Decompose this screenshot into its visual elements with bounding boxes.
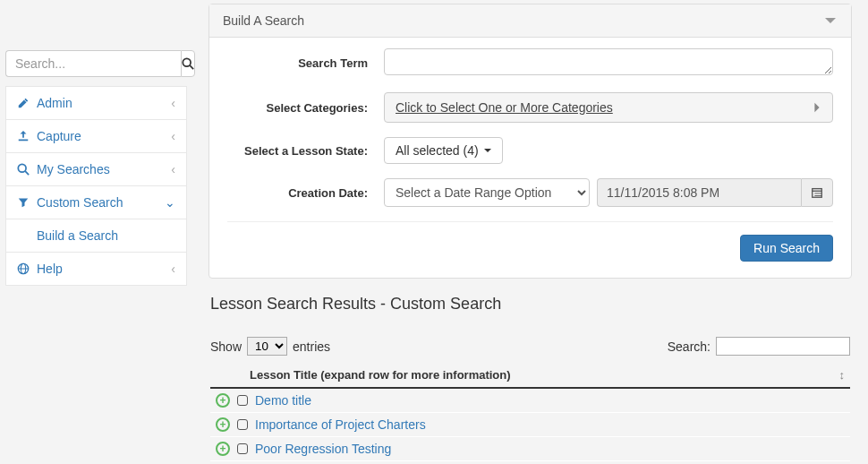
panel-heading[interactable]: Build A Search: [209, 4, 851, 38]
edit-icon: [17, 97, 30, 109]
table-row: +Poor Regression Testing: [210, 437, 850, 461]
date-display: [597, 178, 801, 207]
sidebar-item-label: Build a Search: [37, 228, 118, 243]
chevron-left-icon: ‹: [171, 96, 175, 110]
sidebar-item-custom-search[interactable]: Custom Search ⌄: [5, 186, 187, 219]
show-label-post: entries: [293, 339, 330, 354]
chevron-left-icon: ‹: [171, 162, 175, 176]
search-term-input[interactable]: [384, 48, 833, 75]
results-heading: Lesson Search Results - Custom Search: [210, 295, 850, 314]
label-creation-date: Creation Date:: [227, 186, 384, 200]
results-table: Lesson Title (expand row for more inform…: [210, 363, 850, 464]
svg-line-3: [25, 171, 29, 175]
sidebar-item-my-searches[interactable]: My Searches ‹: [5, 153, 187, 186]
globe-icon: [17, 262, 30, 275]
column-header-lesson-title[interactable]: Lesson Title (expand row for more inform…: [210, 363, 850, 388]
chevron-down-icon: ⌄: [165, 195, 175, 210]
sidebar-item-label: Help: [37, 262, 63, 276]
panel-body: Search Term Select Categories: Click to …: [209, 38, 851, 278]
expand-row-button[interactable]: +: [216, 393, 230, 408]
date-range-select[interactable]: Select a Date Range Option: [384, 178, 590, 207]
chevron-right-icon: [813, 101, 821, 114]
search-icon: [17, 163, 30, 176]
expand-row-button[interactable]: +: [216, 442, 230, 456]
calendar-button[interactable]: [801, 178, 833, 207]
caret-down-icon: [484, 149, 491, 152]
results-search-label: Search:: [668, 339, 711, 354]
table-row: +Importance of Project Charters: [210, 413, 850, 437]
row-checkbox[interactable]: [237, 419, 248, 430]
sidebar-item-build-search[interactable]: Build a Search: [5, 219, 187, 253]
main-content: Build A Search Search Term Select Catego…: [192, 0, 868, 464]
lesson-state-select[interactable]: All selected (4): [384, 137, 503, 164]
sidebar-item-label: Custom Search: [37, 195, 123, 210]
label-search-term: Search Term: [227, 56, 384, 70]
chevron-left-icon: ‹: [171, 262, 175, 276]
label-categories: Select Categories:: [227, 101, 384, 115]
page-size-select[interactable]: 10: [247, 337, 287, 356]
row-checkbox[interactable]: [237, 395, 248, 406]
lesson-link[interactable]: Poor Regression Testing: [255, 442, 391, 456]
upload-icon: [17, 130, 30, 142]
sidebar-item-admin[interactable]: Admin ‹: [5, 86, 187, 120]
table-row: +Realistic Estimation Yields Less Schedu…: [210, 461, 850, 465]
svg-point-2: [18, 164, 26, 172]
divider: [227, 221, 833, 222]
lesson-link[interactable]: Importance of Project Charters: [255, 417, 426, 432]
sidebar-nav: Admin ‹ Capture ‹ My Searches ‹ Custom S…: [5, 86, 187, 286]
categories-select[interactable]: Click to Select One or More Categories: [384, 92, 833, 123]
row-checkbox[interactable]: [237, 443, 248, 454]
sidebar-search: [5, 50, 187, 77]
lesson-state-value: All selected (4): [396, 143, 479, 158]
sidebar-item-capture[interactable]: Capture ‹: [5, 120, 187, 153]
calendar-icon: [811, 186, 823, 199]
sidebar-item-label: Capture: [37, 129, 81, 143]
results-controls: Show 10 entries Search:: [210, 337, 850, 356]
sidebar: Admin ‹ Capture ‹ My Searches ‹ Custom S…: [0, 0, 192, 464]
svg-point-0: [183, 58, 191, 66]
results-search-input[interactable]: [716, 337, 850, 356]
sidebar-item-label: Admin: [37, 96, 72, 110]
categories-placeholder: Click to Select One or More Categories: [396, 100, 813, 115]
sidebar-item-label: My Searches: [37, 162, 110, 176]
sort-icon: ↕: [839, 368, 844, 382]
expand-row-button[interactable]: +: [216, 417, 230, 432]
lesson-link[interactable]: Demo title: [255, 393, 311, 408]
label-lesson-state: Select a Lesson State:: [227, 144, 384, 158]
run-search-button[interactable]: Run Search: [740, 235, 833, 262]
filter-icon: [17, 197, 30, 208]
chevron-down-icon: [823, 13, 838, 28]
chevron-left-icon: ‹: [171, 129, 175, 143]
show-label-pre: Show: [210, 339, 242, 354]
panel-title: Build A Search: [223, 13, 304, 28]
build-search-panel: Build A Search Search Term Select Catego…: [208, 4, 852, 279]
search-input[interactable]: [5, 50, 181, 77]
table-row: +Demo title: [210, 388, 850, 413]
sidebar-item-help[interactable]: Help ‹: [5, 253, 187, 286]
